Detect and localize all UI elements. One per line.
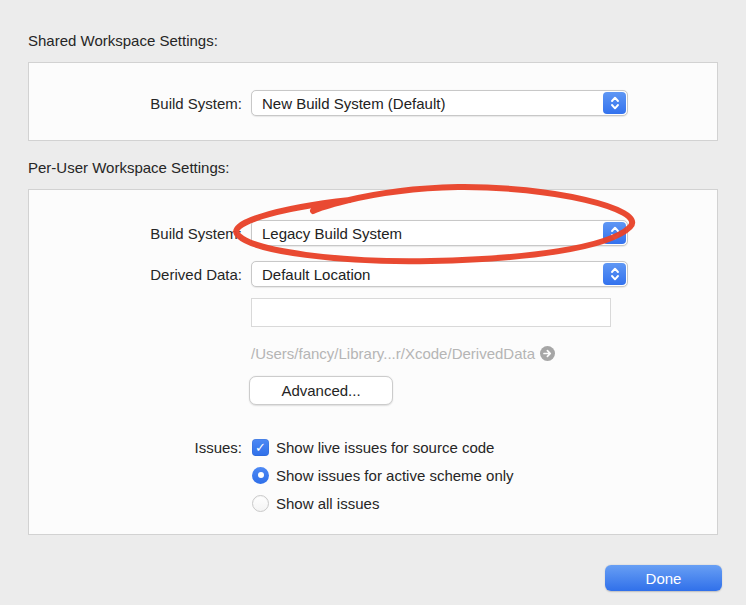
workspace-settings-dialog: { "accent_colors": { "control_blue": "#3… bbox=[0, 0, 746, 605]
issues-label: Issues: bbox=[40, 439, 242, 456]
active-scheme-radio[interactable] bbox=[252, 467, 269, 484]
go-arrow-icon[interactable] bbox=[540, 346, 555, 361]
per-user-settings-title: Per-User Workspace Settings: bbox=[28, 159, 229, 177]
all-issues-row: Show all issues bbox=[252, 494, 379, 512]
live-issues-label: Show live issues for source code bbox=[276, 439, 494, 456]
derived-data-popup[interactable]: Default Location bbox=[251, 261, 628, 287]
all-issues-radio[interactable] bbox=[252, 495, 269, 512]
popup-stepper-icon bbox=[603, 92, 626, 114]
derived-data-resolved-path: /Users/fancy/Library...r/Xcode/DerivedDa… bbox=[251, 345, 535, 362]
live-issues-checkbox[interactable]: ✓ bbox=[252, 439, 269, 456]
per-user-build-system-value: Legacy Build System bbox=[252, 225, 627, 242]
derived-data-label: Derived Data: bbox=[40, 266, 242, 283]
shared-build-system-label: Build System: bbox=[40, 95, 242, 112]
advanced-button[interactable]: Advanced... bbox=[249, 376, 393, 405]
active-scheme-row: Show issues for active scheme only bbox=[252, 466, 514, 484]
all-issues-label: Show all issues bbox=[276, 495, 379, 512]
active-scheme-label: Show issues for active scheme only bbox=[276, 467, 514, 484]
shared-build-system-popup[interactable]: New Build System (Default) bbox=[251, 90, 628, 116]
derived-data-path-row: /Users/fancy/Library...r/Xcode/DerivedDa… bbox=[251, 344, 631, 362]
per-user-build-system-popup[interactable]: Legacy Build System bbox=[251, 220, 628, 246]
derived-data-value: Default Location bbox=[252, 266, 627, 283]
popup-stepper-icon bbox=[603, 263, 626, 285]
shared-settings-title: Shared Workspace Settings: bbox=[28, 32, 218, 50]
done-button[interactable]: Done bbox=[605, 565, 722, 591]
derived-data-custom-path-field[interactable] bbox=[251, 298, 611, 327]
popup-stepper-icon bbox=[603, 222, 626, 244]
shared-build-system-value: New Build System (Default) bbox=[252, 95, 627, 112]
per-user-build-system-label: Build System: bbox=[40, 225, 242, 242]
live-issues-row: ✓ Show live issues for source code bbox=[252, 438, 494, 456]
